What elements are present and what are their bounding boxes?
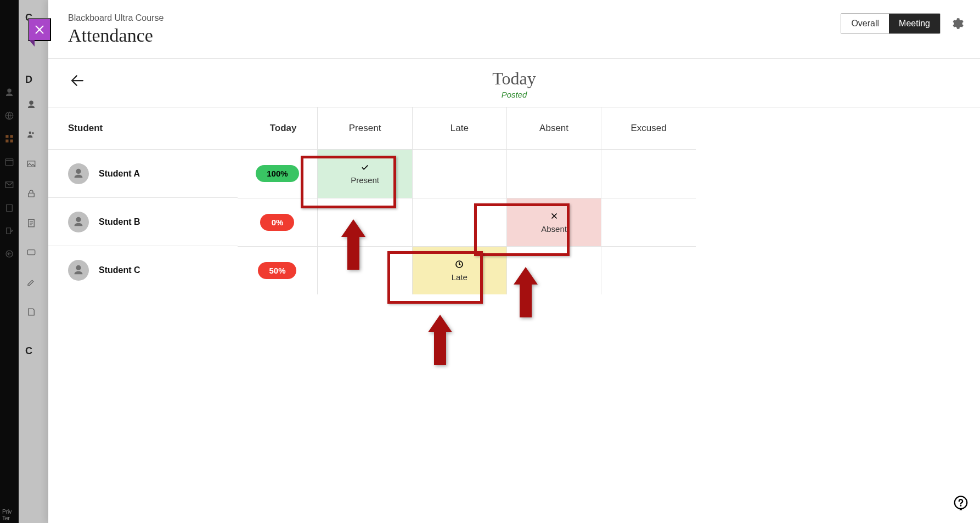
grid-icon — [4, 134, 14, 144]
attendance-table: Student Today Present Late Absent Excuse… — [48, 107, 696, 294]
back-button[interactable] — [68, 72, 87, 90]
mark-present[interactable]: Present — [318, 150, 412, 198]
today-pill: 0% — [260, 214, 294, 231]
svg-rect-1 — [5, 135, 8, 138]
avatar — [68, 260, 89, 281]
mark-excused[interactable] — [601, 198, 696, 246]
clock-icon — [454, 259, 464, 269]
svg-rect-4 — [10, 140, 13, 143]
today-pill: 50% — [258, 262, 296, 279]
col-absent[interactable]: Absent — [506, 107, 601, 150]
svg-rect-3 — [5, 140, 8, 143]
avatar — [68, 212, 89, 232]
mark-late[interactable]: Late — [412, 246, 506, 294]
backdrop-column: C D C — [19, 0, 48, 523]
mark-late[interactable] — [412, 198, 506, 246]
chat-icon — [26, 248, 36, 260]
view-toggle: Overall Meeting — [841, 13, 940, 34]
svg-point-17 — [960, 505, 962, 507]
person-icon — [4, 88, 14, 98]
user-icon — [26, 100, 36, 112]
tab-meeting[interactable]: Meeting — [889, 14, 940, 33]
student-cell: Student C — [48, 246, 238, 294]
date-label: Today — [48, 69, 980, 89]
col-student: Student — [48, 107, 238, 150]
close-panel-button[interactable] — [28, 18, 51, 41]
student-name[interactable]: Student C — [99, 265, 140, 275]
svg-point-9 — [29, 132, 32, 134]
table-row: Student C 50% Late — [48, 246, 696, 294]
app-nav-rail — [0, 0, 19, 523]
mark-absent[interactable]: Absent — [506, 198, 601, 246]
svg-rect-12 — [29, 193, 35, 197]
mark-late[interactable] — [412, 150, 506, 198]
attendance-table-wrap: Student Today Present Late Absent Excuse… — [48, 107, 980, 294]
clipboard-icon — [4, 203, 14, 213]
backdrop-letter: C — [25, 345, 32, 357]
annotation-arrow — [426, 312, 454, 367]
close-icon — [33, 24, 46, 36]
table-row: Student A 100% Present — [48, 150, 696, 198]
globe-icon — [4, 111, 14, 121]
status-label: Late — [452, 272, 468, 282]
x-icon — [549, 211, 559, 221]
backdrop-letter: D — [25, 74, 32, 86]
col-excused[interactable]: Excused — [601, 107, 696, 150]
save-icon — [26, 307, 36, 319]
mark-absent[interactable] — [506, 246, 601, 294]
help-icon — [953, 495, 969, 511]
svg-point-10 — [32, 132, 33, 134]
mail-icon — [4, 180, 14, 190]
svg-rect-7 — [7, 204, 13, 212]
col-present[interactable]: Present — [318, 107, 412, 150]
image-icon — [26, 159, 36, 171]
table-row: Student B 0% Absent — [48, 198, 696, 246]
mark-present[interactable] — [318, 198, 412, 246]
settings-button[interactable] — [949, 16, 965, 31]
status-label: Absent — [541, 224, 567, 234]
svg-rect-5 — [5, 159, 13, 166]
status-label: Present — [351, 175, 379, 185]
today-pill: 100% — [256, 165, 298, 182]
footer-stub: Priv Ter — [0, 508, 19, 523]
svg-rect-11 — [27, 161, 35, 167]
signout-icon — [4, 249, 14, 259]
mark-excused[interactable] — [601, 246, 696, 294]
today-cell: 0% — [238, 198, 318, 246]
users-icon — [26, 129, 36, 141]
arrow-left-icon — [69, 72, 86, 89]
student-cell: Student A — [48, 150, 238, 198]
student-name[interactable]: Student A — [99, 169, 140, 179]
lock-icon — [26, 189, 36, 201]
check-icon — [360, 162, 370, 172]
gear-icon — [950, 16, 964, 31]
mark-absent[interactable] — [506, 150, 601, 198]
svg-rect-2 — [10, 135, 13, 138]
posted-status: Posted — [48, 90, 980, 99]
student-name[interactable]: Student B — [99, 217, 140, 227]
panel-header: Blackboard Ultra Course Attendance Overa… — [48, 7, 980, 59]
help-button[interactable] — [951, 494, 970, 513]
student-cell: Student B — [48, 198, 238, 246]
today-cell: 50% — [238, 246, 318, 294]
mark-excused[interactable] — [601, 150, 696, 198]
attendance-panel: Blackboard Ultra Course Attendance Overa… — [48, 0, 980, 523]
today-cell: 100% — [238, 150, 318, 198]
doc-icon — [26, 218, 36, 230]
export-icon — [4, 226, 14, 236]
calendar-icon — [4, 157, 14, 167]
course-name: Blackboard Ultra Course — [68, 13, 164, 23]
col-today: Today — [238, 107, 318, 150]
svg-rect-14 — [27, 250, 35, 255]
tab-overall[interactable]: Overall — [841, 14, 889, 33]
page-title: Attendance — [68, 25, 164, 46]
edit-icon — [26, 277, 36, 289]
col-late[interactable]: Late — [412, 107, 506, 150]
mark-present[interactable] — [318, 246, 412, 294]
date-header: Today Posted — [48, 59, 980, 107]
avatar — [68, 163, 89, 184]
